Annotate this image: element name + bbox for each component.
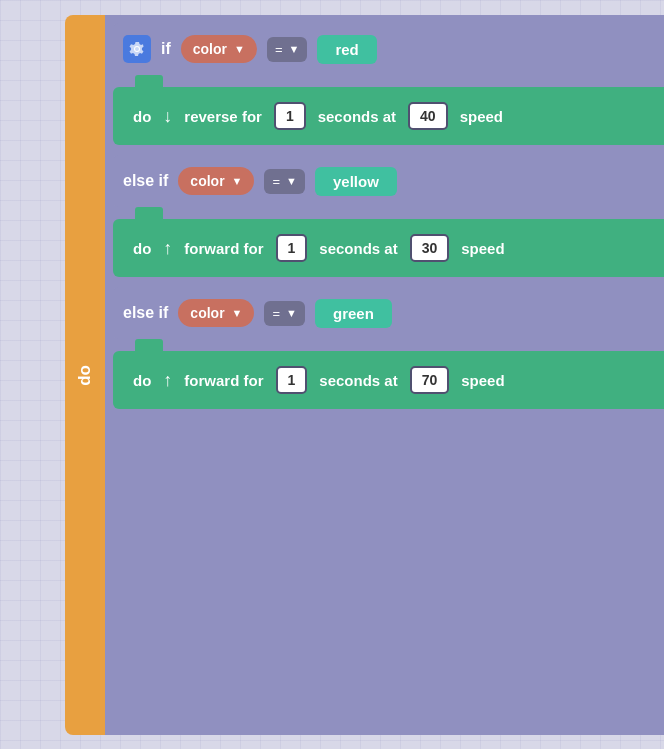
- if-row-1: if color ▼ = ▼ red: [113, 23, 664, 75]
- conditions-container: if color ▼ = ▼ red do ↓ reverse for: [105, 15, 664, 735]
- action-text-3: forward for: [184, 372, 263, 389]
- chevron-eq-icon-2: ▼: [286, 175, 297, 187]
- seconds-label-1: seconds at: [318, 108, 396, 125]
- do-block-2-wrapper: do ↑ forward for 1 seconds at 30 speed: [113, 207, 664, 277]
- condition-3: else if color ▼ = ▼ green do ↑ forward f…: [113, 287, 664, 409]
- condition-2: else if color ▼ = ▼ yellow do ↑ forward …: [113, 155, 664, 277]
- color-value-1: red: [317, 35, 376, 64]
- equals-dropdown-3[interactable]: = ▼: [264, 301, 304, 326]
- color-value-2: yellow: [315, 167, 397, 196]
- chevron-down-icon: ▼: [234, 43, 245, 55]
- notch-1: [135, 75, 163, 87]
- color-dropdown-1[interactable]: color ▼: [181, 35, 257, 63]
- action-text-2: forward for: [184, 240, 263, 257]
- chevron-down-icon-2: ▼: [232, 175, 243, 187]
- seconds-input-2[interactable]: 1: [276, 234, 308, 262]
- do-label-1: do: [133, 108, 151, 125]
- speed-label-3: speed: [461, 372, 504, 389]
- speed-label-2: speed: [461, 240, 504, 257]
- notch-3: [135, 339, 163, 351]
- do-block-3-wrapper: do ↑ forward for 1 seconds at 70 speed: [113, 339, 664, 409]
- do-row-3: do ↑ forward for 1 seconds at 70 speed: [113, 351, 664, 409]
- direction-icon-1: ↓: [163, 106, 172, 127]
- else-if-row-2: else if color ▼ = ▼ yellow: [113, 155, 664, 207]
- do-label-2: do: [133, 240, 151, 257]
- color-value-3: green: [315, 299, 392, 328]
- speed-input-1[interactable]: 40: [408, 102, 448, 130]
- do-row-2: do ↑ forward for 1 seconds at 30 speed: [113, 219, 664, 277]
- else-if-label-2: else if: [123, 172, 168, 190]
- equals-dropdown-1[interactable]: = ▼: [267, 37, 307, 62]
- else-if-label-3: else if: [123, 304, 168, 322]
- chevron-down-icon-3: ▼: [232, 307, 243, 319]
- action-text-1: reverse for: [184, 108, 262, 125]
- direction-icon-2: ↑: [163, 238, 172, 259]
- chevron-eq-icon: ▼: [289, 43, 300, 55]
- do-row-1: do ↓ reverse for 1 seconds at 40 speed: [113, 87, 664, 145]
- speed-input-2[interactable]: 30: [410, 234, 450, 262]
- do-main-label: do: [75, 365, 95, 386]
- chevron-eq-icon-3: ▼: [286, 307, 297, 319]
- seconds-input-3[interactable]: 1: [276, 366, 308, 394]
- color-dropdown-2[interactable]: color ▼: [178, 167, 254, 195]
- speed-input-3[interactable]: 70: [410, 366, 450, 394]
- notch-2: [135, 207, 163, 219]
- left-bar: do: [65, 15, 105, 735]
- seconds-label-3: seconds at: [319, 372, 397, 389]
- equals-dropdown-2[interactable]: = ▼: [264, 169, 304, 194]
- do-block-1-wrapper: do ↓ reverse for 1 seconds at 40 speed: [113, 75, 664, 145]
- do-label-3: do: [133, 372, 151, 389]
- direction-icon-3: ↑: [163, 370, 172, 391]
- else-if-row-3: else if color ▼ = ▼ green: [113, 287, 664, 339]
- gear-icon[interactable]: [123, 35, 151, 63]
- seconds-label-2: seconds at: [319, 240, 397, 257]
- condition-1: if color ▼ = ▼ red do ↓ reverse for: [113, 23, 664, 145]
- main-container: do if color ▼ = ▼: [65, 15, 664, 735]
- seconds-input-1[interactable]: 1: [274, 102, 306, 130]
- speed-label-1: speed: [460, 108, 503, 125]
- bottom-spacer: [113, 415, 664, 445]
- color-dropdown-3[interactable]: color ▼: [178, 299, 254, 327]
- if-label-1: if: [161, 40, 171, 58]
